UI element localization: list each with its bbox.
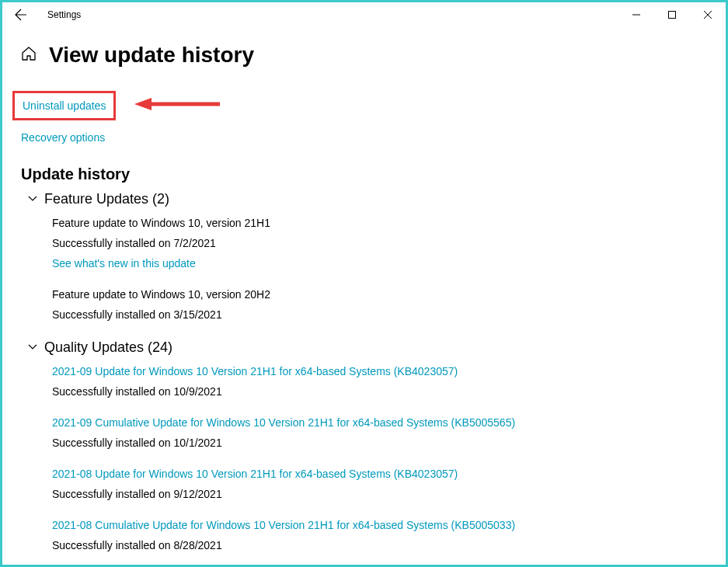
update-history-title: Update history (21, 165, 707, 183)
update-status: Successfully installed on 9/12/2021 (52, 488, 707, 500)
maximize-icon (668, 11, 676, 19)
uninstall-row: Uninstall updates (21, 91, 707, 120)
home-icon (21, 46, 37, 61)
update-status: Successfully installed on 7/2/2021 (52, 237, 707, 249)
update-name-link[interactable]: 2021-09 Update for Windows 10 Version 21… (52, 365, 707, 377)
quality-update-item: 2021-08 Cumulative Update for Windows 10… (52, 519, 707, 551)
quality-update-item: 2021-09 Update for Windows 10 Version 21… (52, 365, 707, 398)
update-status: Successfully installed on 3/15/2021 (52, 308, 707, 321)
feature-updates-title: Feature Updates (2) (44, 191, 169, 207)
page-header: View update history (21, 43, 707, 68)
minimize-button[interactable] (618, 2, 654, 27)
chevron-down-icon (27, 341, 38, 355)
back-button[interactable] (9, 2, 33, 27)
quality-updates-header[interactable]: Quality Updates (24) (27, 339, 707, 356)
arrow-left-icon (15, 9, 27, 21)
update-name-link[interactable]: 2021-09 Cumulative Update for Windows 10… (52, 416, 707, 429)
content-area: View update history Uninstall updates Re… (2, 27, 726, 551)
app-title: Settings (47, 9, 81, 20)
update-name-link[interactable]: 2021-08 Update for Windows 10 Version 21… (52, 468, 707, 480)
feature-updates-header[interactable]: Feature Updates (2) (27, 191, 707, 207)
whats-new-link[interactable]: See what's new in this update (52, 257, 707, 270)
feature-update-item: Feature update to Windows 10, version 20… (52, 288, 707, 321)
update-status: Successfully installed on 8/28/2021 (52, 539, 707, 551)
window-controls (618, 2, 726, 27)
update-name-link[interactable]: 2021-08 Cumulative Update for Windows 10… (52, 519, 707, 531)
home-button[interactable] (21, 46, 37, 64)
minimize-icon (632, 11, 640, 19)
maximize-button[interactable] (654, 2, 690, 27)
update-status: Successfully installed on 10/9/2021 (52, 385, 707, 398)
close-icon (704, 11, 712, 19)
chevron-down-icon (27, 193, 38, 207)
uninstall-updates-link[interactable]: Uninstall updates (23, 99, 106, 112)
titlebar-left: Settings (9, 2, 81, 27)
annotation-arrow (134, 96, 220, 115)
svg-marker-2 (134, 98, 152, 110)
page-title: View update history (49, 43, 254, 68)
recovery-options-link[interactable]: Recovery options (21, 131, 707, 144)
update-status: Successfully installed on 10/1/2021 (52, 437, 707, 449)
annotation-highlight: Uninstall updates (12, 91, 116, 120)
quality-update-item: 2021-08 Update for Windows 10 Version 21… (52, 468, 707, 500)
update-name: Feature update to Windows 10, version 20… (52, 288, 707, 301)
titlebar: Settings (2, 2, 726, 27)
quality-updates-title: Quality Updates (24) (44, 339, 172, 356)
update-name: Feature update to Windows 10, version 21… (52, 217, 707, 229)
close-button[interactable] (690, 2, 726, 27)
feature-update-item: Feature update to Windows 10, version 21… (52, 217, 707, 270)
svg-rect-0 (669, 12, 676, 19)
quality-update-item: 2021-09 Cumulative Update for Windows 10… (52, 416, 707, 449)
